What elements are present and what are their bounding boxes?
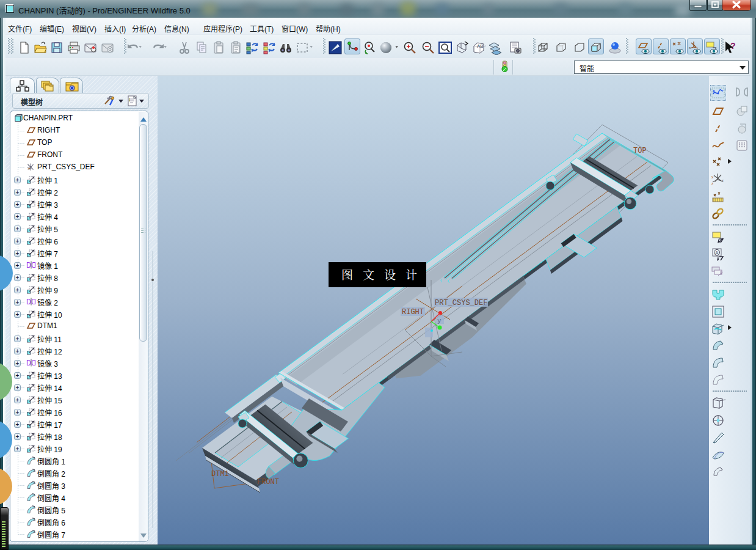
svg-text:RIGHT: RIGHT — [402, 308, 424, 317]
svg-text:A: A — [715, 251, 718, 255]
svg-text:图文设计: 图文设计 — [341, 266, 427, 282]
svg-text:z: z — [711, 182, 713, 185]
svg-text:y: y — [437, 317, 442, 324]
svg-text:y: y — [711, 175, 713, 178]
svg-text:DTM1: DTM1 — [211, 470, 229, 479]
svg-text:?: ? — [730, 41, 736, 51]
svg-text:FRONT: FRONT — [257, 478, 279, 486]
svg-text:PRT_CSYS_DEF: PRT_CSYS_DEF — [435, 299, 487, 307]
svg-text:z: z — [689, 46, 691, 50]
svg-text:TOP: TOP — [633, 147, 647, 155]
svg-text:x: x — [722, 178, 724, 182]
